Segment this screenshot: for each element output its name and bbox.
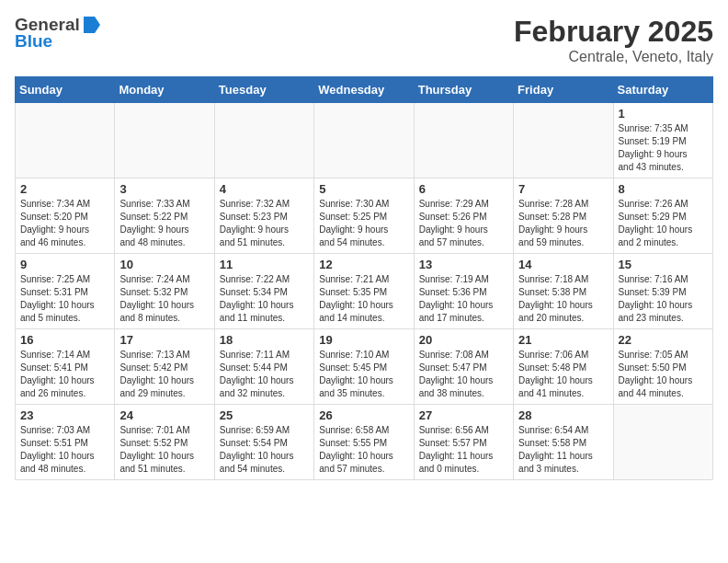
table-row: 28Sunrise: 6:54 AM Sunset: 5:58 PM Dayli… <box>514 405 613 480</box>
day-info: Sunrise: 7:05 AM Sunset: 5:50 PM Dayligh… <box>619 349 708 400</box>
day-info: Sunrise: 6:54 AM Sunset: 5:58 PM Dayligh… <box>518 424 608 476</box>
location-subtitle: Centrale, Veneto, Italy <box>514 49 713 65</box>
day-number: 28 <box>518 408 608 422</box>
calendar-table: Sunday Monday Tuesday Wednesday Thursday… <box>15 76 713 480</box>
day-info: Sunrise: 7:16 AM Sunset: 5:39 PM Dayligh… <box>619 273 708 325</box>
day-number: 23 <box>20 408 109 422</box>
day-number: 15 <box>619 258 708 271</box>
day-info: Sunrise: 7:34 AM Sunset: 5:20 PM Dayligh… <box>20 198 109 249</box>
day-info: Sunrise: 7:24 AM Sunset: 5:32 PM Dayligh… <box>119 273 209 325</box>
day-info: Sunrise: 7:01 AM Sunset: 5:52 PM Dayligh… <box>119 424 209 476</box>
day-info: Sunrise: 7:06 AM Sunset: 5:48 PM Dayligh… <box>518 349 608 400</box>
calendar-week-row: 23Sunrise: 7:03 AM Sunset: 5:51 PM Dayli… <box>16 405 713 480</box>
day-number: 1 <box>619 107 708 121</box>
table-row <box>214 103 313 178</box>
table-row: 25Sunrise: 6:59 AM Sunset: 5:54 PM Dayli… <box>214 405 313 480</box>
header-sunday: Sunday <box>16 77 115 103</box>
table-row <box>115 103 214 178</box>
table-row: 27Sunrise: 6:56 AM Sunset: 5:57 PM Dayli… <box>414 405 513 480</box>
day-number: 25 <box>220 408 309 422</box>
table-row: 6Sunrise: 7:29 AM Sunset: 5:26 PM Daylig… <box>414 178 513 254</box>
table-row: 7Sunrise: 7:28 AM Sunset: 5:28 PM Daylig… <box>514 178 613 254</box>
table-row <box>16 103 115 178</box>
day-info: Sunrise: 7:30 AM Sunset: 5:25 PM Dayligh… <box>319 198 408 249</box>
table-row: 14Sunrise: 7:18 AM Sunset: 5:38 PM Dayli… <box>514 254 613 329</box>
header-monday: Monday <box>115 77 214 103</box>
day-number: 14 <box>518 258 608 271</box>
table-row: 11Sunrise: 7:22 AM Sunset: 5:34 PM Dayli… <box>214 254 313 329</box>
day-number: 24 <box>119 408 209 422</box>
table-row: 24Sunrise: 7:01 AM Sunset: 5:52 PM Dayli… <box>115 405 214 480</box>
day-number: 10 <box>119 258 209 271</box>
day-number: 7 <box>518 182 608 196</box>
table-row: 16Sunrise: 7:14 AM Sunset: 5:41 PM Dayli… <box>16 329 115 405</box>
table-row: 26Sunrise: 6:58 AM Sunset: 5:55 PM Dayli… <box>314 405 414 480</box>
day-number: 16 <box>20 333 109 347</box>
table-row: 5Sunrise: 7:30 AM Sunset: 5:25 PM Daylig… <box>314 178 414 254</box>
day-number: 12 <box>319 258 408 271</box>
day-number: 17 <box>119 333 209 347</box>
day-info: Sunrise: 6:59 AM Sunset: 5:54 PM Dayligh… <box>220 424 309 476</box>
calendar-week-row: 2Sunrise: 7:34 AM Sunset: 5:20 PM Daylig… <box>16 178 713 254</box>
header-saturday: Saturday <box>613 77 712 103</box>
day-info: Sunrise: 7:22 AM Sunset: 5:34 PM Dayligh… <box>220 273 309 325</box>
day-info: Sunrise: 7:10 AM Sunset: 5:45 PM Dayligh… <box>319 349 408 400</box>
table-row: 18Sunrise: 7:11 AM Sunset: 5:44 PM Dayli… <box>214 329 313 405</box>
day-info: Sunrise: 7:25 AM Sunset: 5:31 PM Dayligh… <box>20 273 109 325</box>
day-info: Sunrise: 7:13 AM Sunset: 5:42 PM Dayligh… <box>119 349 209 400</box>
table-row: 4Sunrise: 7:32 AM Sunset: 5:23 PM Daylig… <box>214 178 313 254</box>
table-row: 15Sunrise: 7:16 AM Sunset: 5:39 PM Dayli… <box>613 254 712 329</box>
table-row: 13Sunrise: 7:19 AM Sunset: 5:36 PM Dayli… <box>414 254 513 329</box>
table-row: 8Sunrise: 7:26 AM Sunset: 5:29 PM Daylig… <box>613 178 712 254</box>
day-info: Sunrise: 7:08 AM Sunset: 5:47 PM Dayligh… <box>419 349 508 400</box>
day-number: 4 <box>220 182 309 196</box>
day-number: 13 <box>419 258 508 271</box>
calendar-week-row: 16Sunrise: 7:14 AM Sunset: 5:41 PM Dayli… <box>16 329 713 405</box>
table-row: 2Sunrise: 7:34 AM Sunset: 5:20 PM Daylig… <box>16 178 115 254</box>
day-number: 5 <box>319 182 408 196</box>
day-number: 19 <box>319 333 408 347</box>
table-row: 17Sunrise: 7:13 AM Sunset: 5:42 PM Dayli… <box>115 329 214 405</box>
day-info: Sunrise: 7:18 AM Sunset: 5:38 PM Dayligh… <box>518 273 608 325</box>
table-row: 20Sunrise: 7:08 AM Sunset: 5:47 PM Dayli… <box>414 329 513 405</box>
header-wednesday: Wednesday <box>314 77 414 103</box>
day-number: 26 <box>319 408 408 422</box>
day-info: Sunrise: 7:03 AM Sunset: 5:51 PM Dayligh… <box>20 424 109 476</box>
title-area: February 2025 Centrale, Veneto, Italy <box>514 15 713 65</box>
table-row: 23Sunrise: 7:03 AM Sunset: 5:51 PM Dayli… <box>16 405 115 480</box>
day-info: Sunrise: 7:32 AM Sunset: 5:23 PM Dayligh… <box>220 198 309 249</box>
day-info: Sunrise: 7:35 AM Sunset: 5:19 PM Dayligh… <box>619 122 708 174</box>
table-row: 21Sunrise: 7:06 AM Sunset: 5:48 PM Dayli… <box>514 329 613 405</box>
header-thursday: Thursday <box>414 77 513 103</box>
logo-blue: Blue <box>15 31 102 52</box>
day-info: Sunrise: 6:58 AM Sunset: 5:55 PM Dayligh… <box>319 424 408 476</box>
page-header: General Blue February 2025 Centrale, Ven… <box>15 15 713 65</box>
header-tuesday: Tuesday <box>214 77 313 103</box>
calendar-week-row: 1Sunrise: 7:35 AM Sunset: 5:19 PM Daylig… <box>16 103 713 178</box>
day-info: Sunrise: 7:29 AM Sunset: 5:26 PM Dayligh… <box>419 198 508 249</box>
weekday-header-row: Sunday Monday Tuesday Wednesday Thursday… <box>16 77 713 103</box>
day-info: Sunrise: 7:19 AM Sunset: 5:36 PM Dayligh… <box>419 273 508 325</box>
day-number: 3 <box>119 182 209 196</box>
day-info: Sunrise: 7:26 AM Sunset: 5:29 PM Dayligh… <box>619 198 708 249</box>
day-info: Sunrise: 7:14 AM Sunset: 5:41 PM Dayligh… <box>20 349 109 400</box>
day-number: 2 <box>20 182 109 196</box>
table-row: 19Sunrise: 7:10 AM Sunset: 5:45 PM Dayli… <box>314 329 414 405</box>
table-row <box>514 103 613 178</box>
table-row: 22Sunrise: 7:05 AM Sunset: 5:50 PM Dayli… <box>613 329 712 405</box>
table-row: 3Sunrise: 7:33 AM Sunset: 5:22 PM Daylig… <box>115 178 214 254</box>
month-title: February 2025 <box>514 15 713 49</box>
day-number: 8 <box>619 182 708 196</box>
day-info: Sunrise: 7:33 AM Sunset: 5:22 PM Dayligh… <box>119 198 209 249</box>
day-number: 27 <box>419 408 508 422</box>
day-number: 18 <box>220 333 309 347</box>
table-row: 1Sunrise: 7:35 AM Sunset: 5:19 PM Daylig… <box>613 103 712 178</box>
day-number: 11 <box>220 258 309 271</box>
table-row: 10Sunrise: 7:24 AM Sunset: 5:32 PM Dayli… <box>115 254 214 329</box>
day-number: 6 <box>419 182 508 196</box>
table-row <box>314 103 414 178</box>
day-info: Sunrise: 7:28 AM Sunset: 5:28 PM Dayligh… <box>518 198 608 249</box>
day-info: Sunrise: 7:11 AM Sunset: 5:44 PM Dayligh… <box>220 349 309 400</box>
day-info: Sunrise: 7:21 AM Sunset: 5:35 PM Dayligh… <box>319 273 408 325</box>
table-row <box>414 103 513 178</box>
